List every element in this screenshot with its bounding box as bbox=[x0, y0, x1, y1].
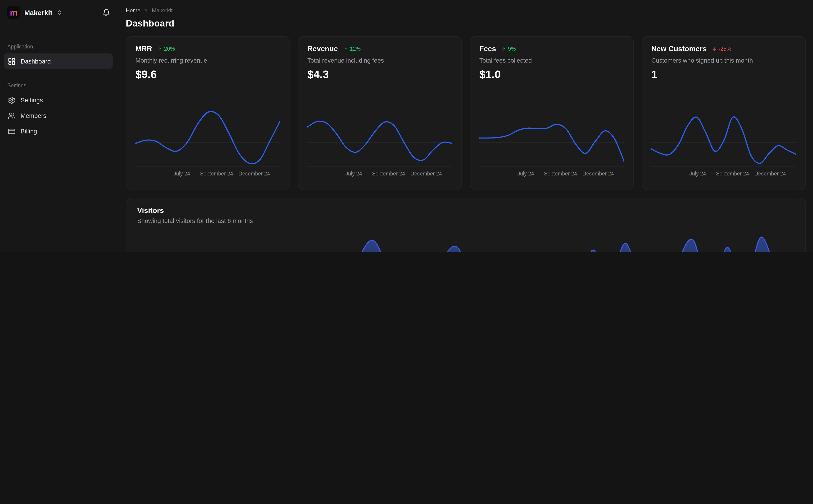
stat-card-revenue: Revenue 12% Total revenue including fees… bbox=[298, 36, 462, 190]
sidebar: m Makerkit Application Dashboard Setting… bbox=[0, 0, 117, 252]
sidebar-header: m Makerkit bbox=[0, 0, 117, 25]
sidebar-item-billing[interactable]: Billing bbox=[4, 123, 113, 139]
revenue-sparkline-chart bbox=[307, 108, 452, 168]
sidebar-item-dashboard[interactable]: Dashboard bbox=[4, 53, 113, 69]
visitors-subtitle: Showing total visitors for the last 6 mo… bbox=[137, 218, 794, 224]
new-customers-sparkline-chart bbox=[651, 108, 796, 168]
stat-description: Customers who signed up this month bbox=[651, 57, 796, 64]
arrow-down-icon bbox=[712, 46, 717, 51]
stat-description: Total revenue including fees bbox=[307, 57, 452, 64]
sidebar-nav: Application Dashboard Settings Settings … bbox=[0, 44, 117, 139]
stats-grid: MRR 20% Monthly recurring revenue $9.6 J… bbox=[126, 36, 806, 190]
trend-badge: 9% bbox=[501, 46, 516, 52]
credit-card-icon bbox=[8, 127, 16, 135]
arrow-up-icon bbox=[501, 46, 506, 51]
stat-card-fees: Fees 9% Total fees collected $1.0 July 2… bbox=[470, 36, 634, 190]
stat-value: $9.6 bbox=[135, 68, 280, 81]
logo-letter: m bbox=[10, 8, 18, 17]
fees-sparkline-chart bbox=[479, 108, 624, 168]
stat-title: MRR bbox=[135, 45, 152, 53]
dashboard-grid-icon bbox=[8, 57, 16, 65]
sidebar-item-label: Settings bbox=[21, 97, 43, 103]
app-root: m Makerkit Application Dashboard Setting… bbox=[0, 0, 813, 252]
arrow-up-icon bbox=[343, 46, 348, 51]
trend-badge: 20% bbox=[157, 46, 175, 52]
breadcrumb: Home Makerkit bbox=[126, 7, 806, 14]
sidebar-item-settings[interactable]: Settings bbox=[4, 92, 113, 108]
sparkline-x-labels: July 24 September 24 December 24 bbox=[479, 171, 624, 178]
stat-value: 1 bbox=[651, 68, 796, 81]
visitors-title: Visitors bbox=[137, 207, 794, 215]
arrow-up-icon bbox=[157, 46, 162, 51]
sidebar-item-members[interactable]: Members bbox=[4, 108, 113, 123]
trend-badge: 12% bbox=[343, 46, 361, 52]
team-name: Makerkit bbox=[24, 8, 52, 16]
stat-value: $4.3 bbox=[307, 68, 452, 81]
trend-badge: -25% bbox=[712, 46, 731, 52]
nav-section-application: Application bbox=[7, 44, 109, 49]
sidebar-item-label: Billing bbox=[21, 128, 37, 135]
visitors-area-chart bbox=[137, 232, 794, 252]
sparkline-x-labels: July 24 September 24 December 24 bbox=[307, 171, 452, 178]
stat-value: $1.0 bbox=[479, 68, 624, 81]
main-content: Home Makerkit Dashboard MRR 20% Monthly … bbox=[117, 0, 813, 252]
users-icon bbox=[8, 112, 16, 119]
stat-card-new-customers: New Customers -25% Customers who signed … bbox=[642, 36, 806, 190]
stat-card-mrr: MRR 20% Monthly recurring revenue $9.6 J… bbox=[126, 36, 290, 190]
sidebar-item-label: Dashboard bbox=[21, 58, 51, 65]
sparkline-x-labels: July 24 September 24 December 24 bbox=[135, 171, 280, 178]
stat-description: Monthly recurring revenue bbox=[135, 57, 280, 64]
page-title: Dashboard bbox=[126, 18, 806, 29]
mrr-sparkline-chart bbox=[135, 108, 280, 168]
stat-title: Revenue bbox=[307, 45, 338, 53]
nav-section-settings: Settings bbox=[7, 83, 109, 88]
bell-icon[interactable] bbox=[102, 8, 110, 16]
stat-title: New Customers bbox=[651, 45, 707, 53]
breadcrumb-current: Makerkit bbox=[152, 7, 173, 14]
breadcrumb-home[interactable]: Home bbox=[126, 7, 140, 14]
gear-icon bbox=[8, 96, 16, 104]
makerkit-logo: m bbox=[7, 6, 20, 19]
sparkline-x-labels: July 24 September 24 December 24 bbox=[651, 171, 796, 178]
stat-description: Total fees collected bbox=[479, 57, 624, 64]
stat-title: Fees bbox=[479, 45, 496, 53]
chevron-right-icon bbox=[144, 8, 149, 13]
visitors-card: Visitors Showing total visitors for the … bbox=[126, 198, 806, 252]
team-switcher-chevrons-icon[interactable] bbox=[56, 9, 62, 15]
sidebar-item-label: Members bbox=[21, 112, 46, 119]
